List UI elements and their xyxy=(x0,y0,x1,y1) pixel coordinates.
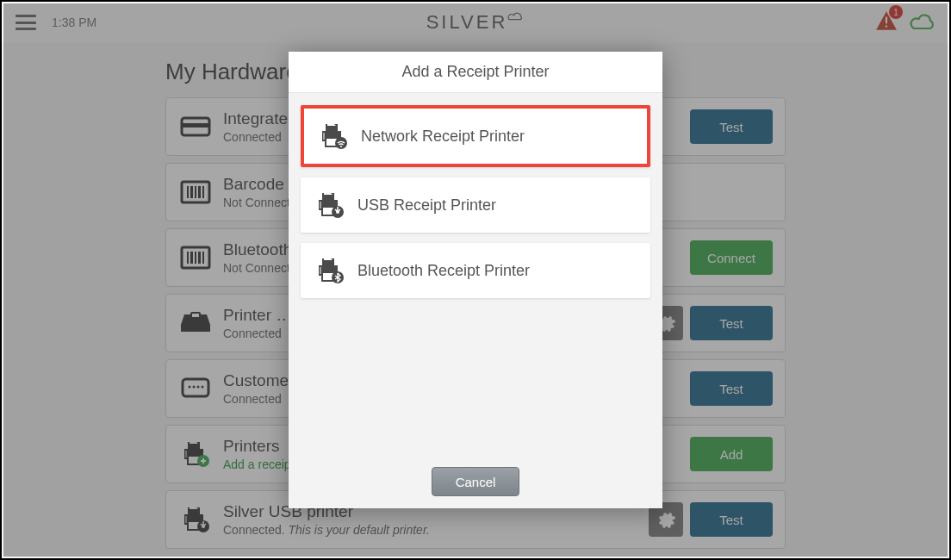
modal-body: Network Receipt PrinterUSB Receipt Print… xyxy=(289,93,662,455)
printer-bt-icon xyxy=(311,257,349,284)
printer-option-label: Network Receipt Printer xyxy=(361,128,525,146)
printer-wifi-icon xyxy=(314,122,352,150)
printer-usb-icon xyxy=(311,191,349,219)
printer-option-label: USB Receipt Printer xyxy=(357,196,496,215)
cancel-button[interactable]: Cancel xyxy=(432,467,519,496)
printer-option[interactable]: Bluetooth Receipt Printer xyxy=(301,243,650,298)
printer-option[interactable]: USB Receipt Printer xyxy=(301,177,650,233)
add-printer-modal: Add a Receipt Printer Network Receipt Pr… xyxy=(289,52,662,508)
svg-point-32 xyxy=(340,146,342,147)
modal-title: Add a Receipt Printer xyxy=(289,52,662,93)
printer-option[interactable]: Network Receipt Printer xyxy=(301,105,650,167)
printer-option-label: Bluetooth Receipt Printer xyxy=(357,262,530,280)
